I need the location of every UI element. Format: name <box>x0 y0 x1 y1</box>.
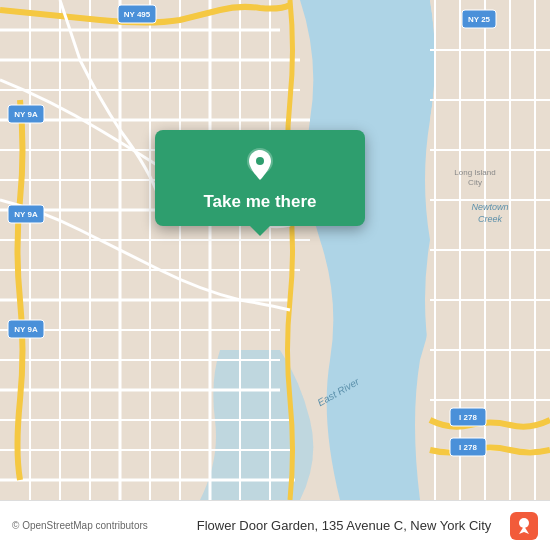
location-text: Flower Door Garden, 135 Avenue C, New Yo… <box>178 518 510 533</box>
svg-text:NY 9A: NY 9A <box>14 325 38 334</box>
svg-point-61 <box>256 157 264 165</box>
svg-text:NY 25: NY 25 <box>468 15 491 24</box>
svg-text:NY 9A: NY 9A <box>14 110 38 119</box>
svg-text:City: City <box>468 178 482 187</box>
osm-credit: © OpenStreetMap contributors <box>12 520 178 531</box>
map-background: NY 495 NY 25 NY 9A NY 9A NY 9A East Rive… <box>0 0 550 500</box>
moovit-logo <box>510 512 538 540</box>
svg-text:Creek: Creek <box>478 214 503 224</box>
svg-text:Newtown: Newtown <box>471 202 508 212</box>
navigation-popup[interactable]: Take me there <box>155 130 365 226</box>
moovit-icon <box>510 512 538 540</box>
svg-text:NY 9A: NY 9A <box>14 210 38 219</box>
take-me-there-button[interactable]: Take me there <box>203 192 316 212</box>
svg-text:Long Island: Long Island <box>454 168 495 177</box>
svg-text:I 278: I 278 <box>459 443 477 452</box>
svg-text:NY 495: NY 495 <box>124 10 151 19</box>
map-container[interactable]: NY 495 NY 25 NY 9A NY 9A NY 9A East Rive… <box>0 0 550 500</box>
location-pin-icon <box>241 146 279 184</box>
svg-text:I 278: I 278 <box>459 413 477 422</box>
bottom-bar: © OpenStreetMap contributors Flower Door… <box>0 500 550 550</box>
